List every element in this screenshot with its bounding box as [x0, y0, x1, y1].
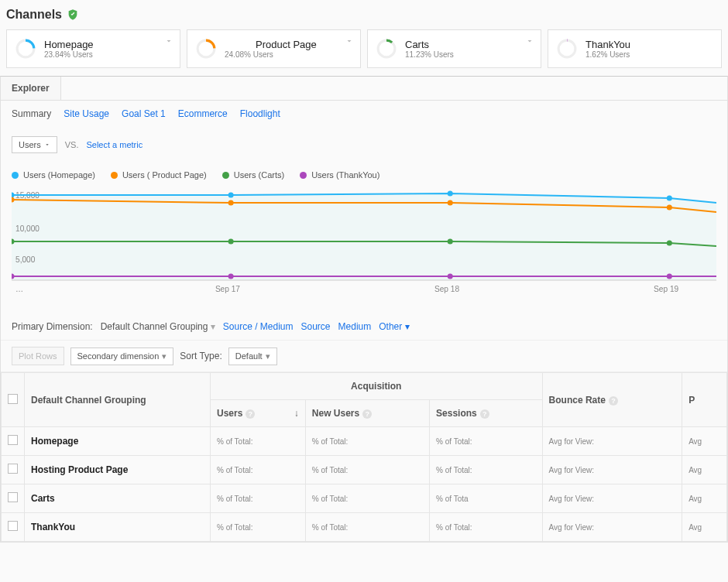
line-chart: 15,000 10,000 5,000 … Sep 17 Sep 18 Sep … [12, 187, 716, 303]
row-checkbox[interactable] [8, 464, 18, 474]
report-panel: Explorer Summary Site Usage Goal Set 1 E… [0, 76, 728, 543]
svg-point-26 [228, 274, 234, 279]
col-sessions[interactable]: Sessions? [430, 400, 543, 427]
secondary-dimension-dropdown[interactable]: Secondary dimension ▾ [70, 347, 174, 365]
data-table: Default Channel Grouping Acquisition Bou… [1, 372, 727, 542]
svg-text:…: … [15, 285, 23, 293]
table-row[interactable]: Hosting Product Page% of Total:% of Tota… [2, 456, 727, 484]
svg-point-18 [228, 200, 234, 206]
cell-meta: Avg [689, 437, 702, 446]
table-row[interactable]: Carts% of Total:% of Total:% of TotaAvg … [2, 484, 727, 513]
subtab-goal-set-1[interactable]: Goal Set 1 [122, 108, 166, 119]
col-p[interactable]: P [682, 373, 727, 427]
svg-text:Sep 18: Sep 18 [434, 285, 459, 293]
svg-point-14 [228, 193, 234, 198]
sort-type-dropdown[interactable]: Default ▾ [228, 347, 277, 365]
chevron-down-icon[interactable] [525, 36, 534, 46]
svg-point-20 [667, 205, 672, 211]
subtab-floodlight[interactable]: Floodlight [240, 108, 280, 119]
cell-meta: Avg for View: [549, 495, 595, 503]
svg-point-6 [558, 40, 575, 57]
svg-point-4 [378, 40, 395, 57]
dim-link-medium[interactable]: Medium [338, 321, 372, 332]
help-icon[interactable]: ? [480, 409, 489, 419]
caret-down-icon [44, 142, 50, 148]
primary-dimension-current[interactable]: Default Channel Grouping ▾ [101, 321, 215, 332]
sort-type-label: Sort Type: [180, 351, 221, 361]
cell-meta: % of Total: [436, 523, 472, 532]
cell-meta: % of Total: [436, 466, 472, 474]
cell-meta: % of Total: [312, 495, 349, 503]
col-new-users[interactable]: New Users? [305, 400, 429, 427]
table-row[interactable]: Homepage% of Total:% of Total:% of Total… [2, 427, 727, 456]
help-icon[interactable]: ? [246, 409, 255, 419]
help-icon[interactable]: ? [609, 396, 618, 406]
col-group-acquisition: Acquisition [211, 373, 543, 400]
sort-desc-icon[interactable]: ↓ [294, 408, 299, 419]
cell-meta: Avg for View: [549, 523, 595, 532]
dim-link-other[interactable]: Other ▾ [379, 321, 409, 332]
shield-check-icon [67, 9, 79, 21]
svg-text:Sep 19: Sep 19 [654, 285, 678, 293]
svg-point-19 [448, 200, 453, 206]
dim-link-source-medium[interactable]: Source / Medium [223, 321, 294, 332]
card-product-page[interactable]: Product Page 24.08% Users [187, 29, 361, 68]
select-metric-link[interactable]: Select a metric [86, 140, 143, 149]
cell-meta: % of Total: [217, 523, 253, 532]
card-subtitle: 23.84% Users [44, 50, 94, 59]
row-checkbox[interactable] [8, 435, 18, 445]
subtab-ecommerce[interactable]: Ecommerce [178, 108, 228, 119]
help-icon[interactable]: ? [362, 409, 372, 419]
legend-item: Users (Carts) [222, 170, 284, 180]
legend-item: Users (ThankYou) [300, 170, 379, 180]
card-title: Homepage [44, 39, 94, 50]
vs-label: VS. [65, 140, 79, 149]
summary-cards: Homepage 23.84% Users Product Page 24.08… [0, 29, 728, 76]
primary-dimension-row: Primary Dimension: Default Channel Group… [1, 313, 727, 340]
legend-item: Users ( Product Page) [111, 170, 207, 180]
legend-item: Users (Homepage) [12, 170, 95, 180]
tab-explorer[interactable]: Explorer [1, 77, 61, 100]
cell-meta: Avg for View: [549, 466, 595, 474]
chevron-down-icon[interactable] [164, 36, 173, 46]
select-all-checkbox[interactable] [8, 394, 18, 404]
col-bounce-rate[interactable]: Bounce Rate? [542, 373, 682, 427]
row-name: Hosting Product Page [25, 456, 211, 484]
dim-link-source[interactable]: Source [301, 321, 331, 332]
card-title: Product Page [225, 39, 317, 50]
svg-point-24 [667, 241, 672, 246]
svg-point-27 [448, 274, 453, 279]
table-controls: Plot Rows Secondary dimension ▾ Sort Typ… [1, 340, 727, 372]
card-thankyou[interactable]: ThankYou 1.62% Users [548, 29, 722, 68]
row-name: Homepage [25, 427, 211, 456]
row-name: ThankYou [25, 513, 211, 542]
col-users[interactable]: Users?↓ [211, 400, 306, 427]
table-row[interactable]: ThankYou% of Total:% of Total:% of Total… [2, 513, 727, 542]
cell-meta: % of Total: [312, 437, 349, 446]
legend-dot-icon [111, 172, 118, 179]
col-row-header[interactable]: Default Channel Grouping [25, 373, 211, 427]
card-subtitle: 24.08% Users [225, 50, 317, 59]
subtab-site-usage[interactable]: Site Usage [64, 108, 109, 119]
subtab-row: Summary Site Usage Goal Set 1 Ecommerce … [1, 101, 727, 127]
chevron-down-icon[interactable] [345, 36, 354, 46]
row-checkbox[interactable] [8, 492, 18, 502]
metric-selector-row: Users VS. Select a metric [1, 127, 727, 163]
svg-point-15 [448, 191, 453, 197]
metric-dropdown[interactable]: Users [12, 136, 57, 153]
card-carts[interactable]: Carts 11.23% Users [367, 29, 541, 68]
legend-label: Users ( Product Page) [122, 170, 207, 180]
svg-point-16 [667, 196, 672, 201]
legend-dot-icon [12, 172, 19, 179]
card-subtitle: 1.62% Users [585, 50, 630, 59]
cell-meta: % of Total: [436, 437, 472, 446]
svg-text:10,000: 10,000 [15, 224, 39, 233]
plot-rows-button: Plot Rows [12, 347, 64, 365]
chart-area: Users (Homepage) Users ( Product Page) U… [1, 163, 727, 313]
page-header: Channels [0, 0, 728, 29]
card-homepage[interactable]: Homepage 23.84% Users [6, 29, 180, 68]
row-checkbox[interactable] [8, 521, 18, 531]
svg-point-23 [448, 239, 453, 245]
subtab-summary[interactable]: Summary [12, 108, 51, 119]
cell-meta: % of Tota [436, 495, 469, 503]
